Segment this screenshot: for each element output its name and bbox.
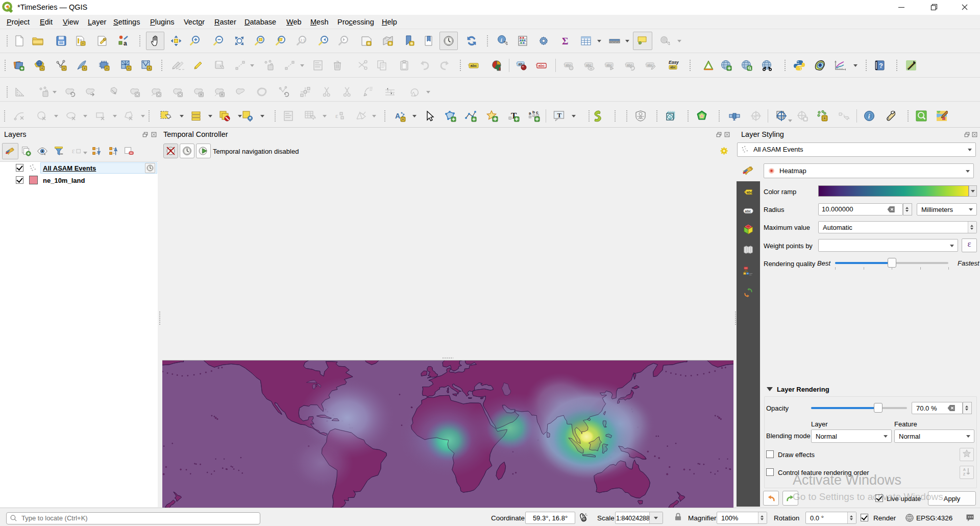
svg-text:abc: abc bbox=[471, 63, 477, 68]
svg-text:ε: ε bbox=[72, 147, 75, 155]
svg-text:Σ: Σ bbox=[562, 36, 568, 46]
svg-text:A: A bbox=[395, 112, 400, 120]
svg-text:b: b bbox=[532, 110, 535, 114]
svg-text:Easy: Easy bbox=[669, 60, 679, 65]
svg-text:abc: abc bbox=[670, 65, 676, 69]
svg-text:abc: abc bbox=[586, 63, 592, 67]
svg-text:1:1: 1:1 bbox=[301, 38, 305, 42]
svg-text:abc: abc bbox=[745, 209, 751, 213]
svg-text:abc: abc bbox=[606, 63, 612, 67]
svg-text:A: A bbox=[963, 467, 966, 472]
svg-text:abc: abc bbox=[538, 63, 545, 68]
svg-text:i: i bbox=[868, 112, 870, 120]
svg-text:abc: abc bbox=[647, 63, 653, 67]
svg-text:abc: abc bbox=[747, 190, 753, 194]
svg-text:Z: Z bbox=[963, 472, 966, 476]
svg-text:?: ? bbox=[879, 62, 883, 69]
svg-text:a: a bbox=[528, 111, 532, 116]
svg-text:ab: ab bbox=[519, 62, 523, 66]
svg-text:ε: ε bbox=[335, 112, 338, 119]
svg-text:a: a bbox=[124, 40, 127, 47]
svg-text:T: T bbox=[557, 111, 562, 119]
